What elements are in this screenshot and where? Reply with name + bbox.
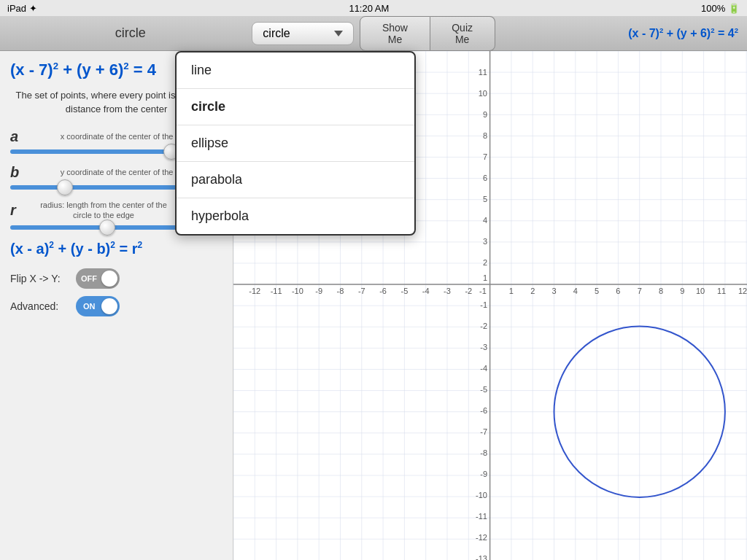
svg-text:-7: -7 [358,287,365,295]
advanced-knob [101,298,117,314]
svg-text:5: 5 [595,287,599,295]
svg-text:8: 8 [659,287,663,295]
dropdown-item-line[interactable]: line [177,52,414,89]
advanced-toggle[interactable]: ON [76,296,120,316]
status-ipad: iPad ✦ [7,3,37,14]
svg-text:-2: -2 [465,287,472,295]
svg-text:9: 9 [483,110,487,119]
svg-text:-11: -11 [476,512,487,521]
svg-text:3: 3 [551,287,556,295]
svg-text:10: 10 [696,287,705,295]
svg-text:-8: -8 [480,448,487,457]
svg-text:-5: -5 [480,385,487,394]
flip-x-state: OFF [81,274,97,283]
svg-text:-1: -1 [480,300,487,309]
svg-text:4: 4 [573,287,578,295]
svg-text:-6: -6 [480,406,487,415]
dropdown-item-hyperbola[interactable]: hyperbola [177,198,414,234]
svg-text:-4: -4 [480,364,487,373]
status-time: 11:20 AM [349,3,389,14]
shape-dropdown-button[interactable]: circle [252,22,354,45]
param-b-letter: b [10,164,25,181]
param-r-letter: r [10,202,25,219]
top-nav: circle circle Show Me Quiz Me (x - 7)2 +… [0,16,747,51]
svg-text:7: 7 [638,287,642,295]
quiz-me-button[interactable]: Quiz Me [430,16,495,51]
svg-text:4: 4 [483,216,487,225]
show-me-button[interactable]: Show Me [360,16,430,51]
svg-text:1: 1 [509,287,514,295]
status-bar: iPad ✦ 11:20 AM 100% 🔋 [0,0,747,16]
flip-x-toggle[interactable]: OFF [76,268,120,289]
svg-text:6: 6 [616,287,620,295]
svg-text:6: 6 [483,174,487,182]
advanced-row: Advanced: ON [10,296,222,316]
svg-text:2: 2 [530,287,535,295]
param-r-desc: radius: length from the center of the ci… [32,200,175,221]
param-b-thumb[interactable] [57,179,73,195]
svg-text:8: 8 [483,131,487,140]
svg-text:9: 9 [680,287,684,295]
svg-text:12: 12 [738,287,747,295]
svg-text:-13: -13 [476,554,487,560]
flip-x-label: Flip X -> Y: [10,273,69,284]
formula-display: (x - a)2 + (y - b)2 = r2 [10,240,222,257]
svg-text:2: 2 [483,258,487,267]
equation-header-right: (x - 7)2 + (y + 6)2 = 42 [628,27,738,39]
svg-text:-11: -11 [271,287,282,295]
svg-text:1: 1 [483,273,487,282]
svg-text:-9: -9 [480,470,487,478]
svg-text:5: 5 [483,195,487,203]
dropdown-item-circle[interactable]: circle [177,89,414,125]
dropdown-item-parabola[interactable]: parabola [177,162,414,198]
flip-x-row: Flip X -> Y: OFF [10,268,222,289]
svg-text:7: 7 [483,152,487,161]
dropdown-current-label: circle [263,27,290,40]
svg-text:-9: -9 [315,287,322,295]
svg-text:-1: -1 [479,287,487,295]
flip-x-knob [101,271,117,287]
svg-text:3: 3 [483,237,487,246]
show-quiz-buttons: Show Me Quiz Me [360,16,495,51]
svg-text:-6: -6 [379,287,387,295]
svg-text:11: 11 [479,68,487,77]
svg-text:-10: -10 [476,491,487,499]
svg-text:-12: -12 [249,287,260,295]
svg-text:-4: -4 [422,287,430,295]
svg-text:-8: -8 [337,287,344,295]
svg-text:-5: -5 [401,287,409,295]
nav-title: circle [115,26,146,40]
param-r-thumb[interactable] [99,219,115,236]
svg-text:-2: -2 [480,322,487,330]
advanced-label: Advanced: [10,300,69,312]
advanced-state: ON [83,302,96,311]
chevron-down-icon [334,31,343,36]
param-a-letter: a [10,128,25,145]
svg-text:-3: -3 [444,287,451,295]
svg-text:-12: -12 [476,533,487,542]
dropdown-item-ellipse[interactable]: ellipse [177,125,414,162]
shape-dropdown-menu: line circle ellipse parabola hyperbola [175,51,416,236]
svg-text:-10: -10 [292,287,303,295]
status-battery: 100% 🔋 [701,3,740,14]
svg-text:11: 11 [717,287,726,295]
svg-text:-7: -7 [480,427,487,436]
svg-text:10: 10 [479,89,487,98]
svg-text:-3: -3 [480,343,487,351]
